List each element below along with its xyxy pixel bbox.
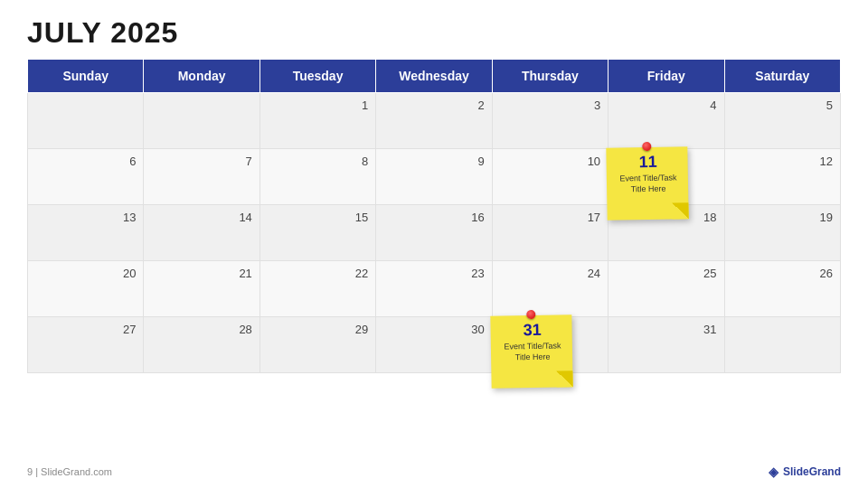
day-cell: 23 xyxy=(376,261,492,317)
day-cell: 19 xyxy=(724,205,840,261)
col-monday: Monday xyxy=(144,60,259,93)
day-cell: 28 xyxy=(144,317,259,373)
day-cell: 30 xyxy=(376,317,492,373)
calendar-table: Sunday Monday Tuesday Wednesday Thursday… xyxy=(27,59,841,373)
day-cell: 24 xyxy=(492,261,608,317)
calendar: Sunday Monday Tuesday Wednesday Thursday… xyxy=(0,59,868,373)
day-cell: 15 xyxy=(259,205,375,261)
table-row: 20 21 22 23 24 25 26 xyxy=(28,261,841,317)
pin-icon xyxy=(642,142,651,151)
day-cell-31: 31 Event Title/Task Title Here xyxy=(492,317,608,373)
col-sunday: Sunday xyxy=(28,60,144,93)
day-cell: 1 xyxy=(259,93,375,149)
day-cell xyxy=(144,93,259,149)
pin-icon-2 xyxy=(526,310,535,319)
day-cell-11: 11 Event Title/Task Title Here xyxy=(609,149,724,205)
day-cell: 3 xyxy=(492,93,608,149)
day-cell: 8 xyxy=(259,149,375,205)
day-cell: 7 xyxy=(144,149,259,205)
day-cell: 2 xyxy=(376,93,492,149)
table-row: 13 14 15 16 17 18 19 xyxy=(28,205,841,261)
col-friday: Friday xyxy=(609,60,724,93)
day-cell: 14 xyxy=(144,205,259,261)
day-cell: 17 xyxy=(492,205,608,261)
day-cell: 12 xyxy=(724,149,840,205)
footer: 9 | SlideGrand.com ◈ SlideGrand xyxy=(0,465,868,479)
sticky-note: 11 Event Title/Task Title Here xyxy=(606,146,688,221)
day-cell: 25 xyxy=(609,261,724,317)
footer-page-info: 9 | SlideGrand.com xyxy=(27,466,112,477)
day-cell xyxy=(724,317,840,373)
table-row: 27 28 29 30 31 Event Title/Task Title He… xyxy=(28,317,841,373)
brand-icon: ◈ xyxy=(769,465,778,479)
day-cell: 31 xyxy=(609,317,724,373)
footer-brand: ◈ SlideGrand xyxy=(769,465,841,479)
day-cell: 16 xyxy=(376,205,492,261)
day-cell: 4 xyxy=(609,93,724,149)
sticky-note-2: 31 Event Title/Task Title Here xyxy=(490,314,572,389)
day-cell: 26 xyxy=(724,261,840,317)
table-row: 1 2 3 4 5 xyxy=(28,93,841,149)
col-tuesday: Tuesday xyxy=(259,60,375,93)
day-cell xyxy=(28,93,144,149)
day-cell: 10 xyxy=(492,149,608,205)
day-cell: 6 xyxy=(28,149,144,205)
page-title: JULY 2025 xyxy=(0,0,868,59)
col-saturday: Saturday xyxy=(724,60,840,93)
table-row: 6 7 8 9 10 11 Event Title/Task Title Her… xyxy=(28,149,841,205)
day-cell: 5 xyxy=(724,93,840,149)
col-thursday: Thursday xyxy=(492,60,608,93)
day-cell: 29 xyxy=(259,317,375,373)
day-cell: 20 xyxy=(28,261,144,317)
day-cell: 22 xyxy=(259,261,375,317)
day-cell: 13 xyxy=(28,205,144,261)
col-wednesday: Wednesday xyxy=(376,60,492,93)
day-cell: 9 xyxy=(376,149,492,205)
day-cell: 27 xyxy=(28,317,144,373)
day-cell: 21 xyxy=(144,261,259,317)
